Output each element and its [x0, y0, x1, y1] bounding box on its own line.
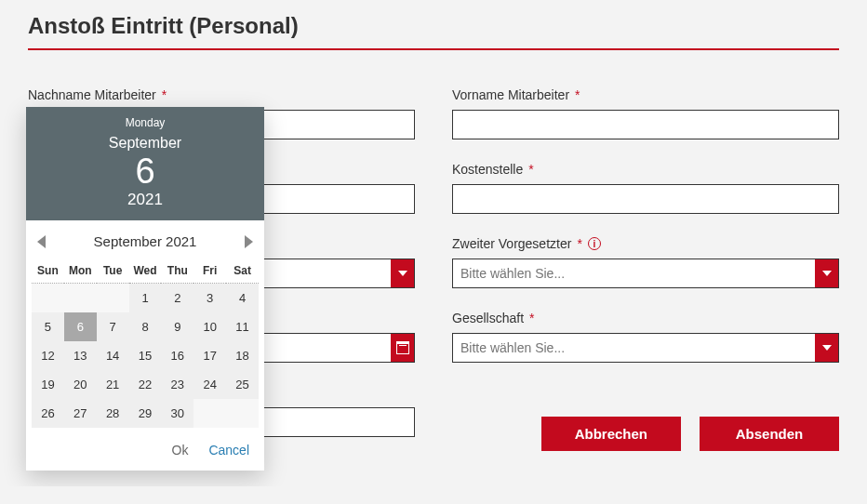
dp-cell[interactable]: 1	[129, 284, 162, 312]
dp-day: 6	[26, 152, 264, 191]
page-title: Anstoß Eintritt (Personal)	[28, 13, 839, 39]
chevron-down-icon[interactable]	[815, 333, 839, 363]
label-zweiter: Zweiter Vorgesetzter	[452, 236, 571, 251]
dp-cell[interactable]: 30	[161, 399, 193, 428]
label-nachname: Nachname Mitarbeiter	[28, 87, 156, 102]
prev-month-icon[interactable]	[37, 235, 46, 248]
dp-cell[interactable]: 28	[97, 399, 129, 428]
dp-dow: Monday	[26, 116, 264, 129]
label-gesellschaft: Gesellschaft	[452, 311, 524, 325]
field-nachname: Nachname Mitarbeiter * Monday September …	[28, 87, 415, 139]
title-underline	[28, 48, 839, 50]
field-kostenstelle: Kostenstelle *	[452, 162, 839, 214]
dp-cell[interactable]: 12	[32, 341, 64, 370]
dp-cell[interactable]: 23	[161, 370, 193, 399]
dp-cell[interactable]: 5	[32, 312, 64, 341]
dp-cell[interactable]: 22	[129, 370, 162, 399]
dp-cell[interactable]: 14	[97, 341, 129, 370]
dp-hdr: Fri	[193, 259, 226, 284]
dp-cell[interactable]: 25	[226, 370, 259, 399]
dp-hdr: Sun	[32, 259, 64, 284]
dp-cell[interactable]: 9	[161, 312, 193, 341]
next-month-icon[interactable]	[245, 235, 253, 248]
dp-cell[interactable]: 20	[64, 370, 97, 399]
info-icon[interactable]: i	[588, 237, 601, 250]
dp-cell[interactable]: 18	[226, 341, 259, 370]
dp-year: 2021	[26, 191, 264, 209]
cancel-button[interactable]: Abbrechen	[541, 417, 681, 451]
dp-cell[interactable]	[64, 284, 97, 312]
dp-cell[interactable]: 3	[193, 284, 226, 312]
required-asterisk: *	[528, 162, 533, 177]
dp-cell[interactable]: 24	[193, 370, 226, 399]
required-asterisk: *	[577, 236, 581, 251]
dp-cell[interactable]: 11	[226, 312, 259, 341]
submit-button[interactable]: Absenden	[700, 417, 839, 451]
input-vorname[interactable]	[452, 110, 839, 139]
datepicker-grid: Sun Mon Tue Wed Thu Fri Sat 1 2	[26, 259, 264, 433]
select-zweiter[interactable]	[452, 259, 815, 288]
dp-cell[interactable]: 21	[97, 370, 129, 399]
dp-cell-selected[interactable]: 6	[64, 312, 97, 341]
chevron-down-icon[interactable]	[815, 259, 839, 288]
dp-cell[interactable]: 15	[129, 341, 162, 370]
chevron-down-icon[interactable]	[391, 259, 415, 288]
field-vorname: Vorname Mitarbeiter *	[452, 87, 839, 139]
dp-hdr: Thu	[161, 259, 193, 284]
datepicker-cancel[interactable]: Cancel	[208, 443, 249, 458]
field-zweiter: Zweiter Vorgesetzter * i	[452, 236, 839, 288]
dp-hdr: Mon	[64, 259, 97, 284]
dp-cell[interactable]: 10	[193, 312, 226, 341]
dp-cell[interactable]: 16	[161, 341, 193, 370]
dp-hdr: Sat	[226, 259, 259, 284]
select-gesellschaft[interactable]	[452, 333, 815, 363]
datepicker-popup: Monday September 6 2021 September 2021 S…	[26, 107, 264, 471]
dp-cell[interactable]: 4	[226, 284, 259, 312]
required-asterisk: *	[162, 87, 167, 102]
dp-cell[interactable]: 13	[64, 341, 97, 370]
label-kostenstelle: Kostenstelle	[452, 162, 523, 177]
required-asterisk: *	[575, 87, 580, 102]
input-kostenstelle[interactable]	[452, 184, 839, 214]
calendar-icon[interactable]	[391, 333, 415, 363]
dp-cell[interactable]: 29	[129, 399, 162, 428]
datepicker-ok[interactable]: Ok	[172, 443, 189, 458]
required-asterisk: *	[529, 311, 534, 325]
dp-cell[interactable]	[97, 284, 129, 312]
datepicker-header: Monday September 6 2021	[26, 107, 264, 220]
dp-cell[interactable]: 8	[129, 312, 162, 341]
dp-cell[interactable]: 2	[161, 284, 193, 312]
field-gesellschaft: Gesellschaft *	[452, 311, 839, 363]
dp-nav-label: September 2021	[94, 233, 197, 249]
dp-cell[interactable]: 17	[193, 341, 226, 370]
dp-cell[interactable]: 19	[32, 370, 64, 399]
dp-cell[interactable]: 26	[32, 399, 64, 428]
dp-cell[interactable]	[32, 284, 64, 312]
dp-cell[interactable]: 27	[64, 399, 97, 428]
dp-hdr: Tue	[97, 259, 129, 284]
dp-cell[interactable]	[226, 399, 259, 428]
dp-cell[interactable]	[193, 399, 226, 428]
label-vorname: Vorname Mitarbeiter	[452, 87, 569, 102]
dp-cell[interactable]: 7	[97, 312, 129, 341]
dp-month: September	[26, 135, 264, 152]
dp-hdr: Wed	[129, 259, 162, 284]
